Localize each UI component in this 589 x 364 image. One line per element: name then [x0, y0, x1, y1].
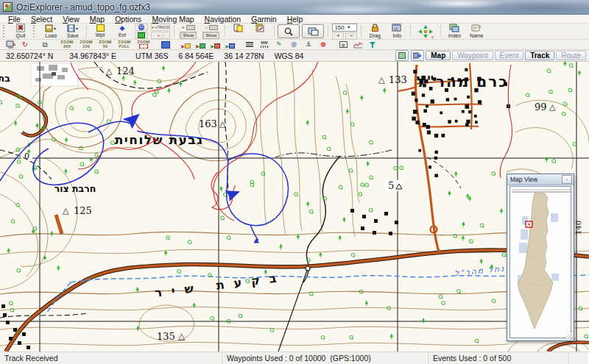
svg-text:125: 125	[74, 205, 92, 216]
mode-waypoint-button[interactable]: Waypoint	[452, 51, 493, 60]
map-grid-toggle-button[interactable]	[395, 50, 409, 61]
altitude-profile-button[interactable]	[350, 39, 365, 50]
grid-lines-icon	[246, 42, 253, 47]
zoom-200-button[interactable]: ZOOM 200	[57, 39, 77, 50]
gps-arrow-icon: ➤	[225, 38, 236, 51]
label-edge-partial: בת	[0, 73, 10, 84]
crosshair-globe-icon: ⊕	[291, 41, 297, 49]
menu-map[interactable]: Map	[85, 15, 110, 24]
name-tag-icon	[471, 24, 482, 32]
mm-grid-button[interactable]: MM	[257, 39, 272, 50]
drag-drop-track-button[interactable]	[228, 24, 250, 39]
svg-text:▾: ▾	[54, 26, 56, 31]
copy-map-button[interactable]: ⧉	[38, 39, 52, 50]
window-titlebar[interactable]: OziExplorer - amud_topo_fg.ozfx3	[0, 0, 589, 15]
grid-easting-label: 140	[574, 221, 582, 235]
map-view-titlebar[interactable]: Map View ▫	[507, 174, 574, 185]
save-position-button[interactable]	[411, 50, 424, 61]
mode-map-button[interactable]: Map	[426, 51, 451, 60]
magnifier-icon	[283, 27, 294, 36]
track-swatch-icon	[209, 25, 218, 30]
mode-track-button[interactable]: Track	[525, 51, 554, 60]
window-title: OziExplorer - amud_topo_fg.ozfx3	[16, 2, 150, 13]
zoom-level-control: 150▼ + −	[331, 24, 359, 39]
menu-help[interactable]: Help	[282, 15, 308, 24]
blank-map-button[interactable]	[158, 39, 173, 50]
gps-download-waypoints-button[interactable]: ➤	[208, 39, 222, 50]
toolbar-grip[interactable]	[33, 25, 38, 38]
menu-garmin[interactable]: Garmin	[246, 15, 281, 24]
map-index-button[interactable]: Index	[443, 24, 465, 39]
screen-print-icon	[6, 38, 15, 51]
map-view-panel[interactable]: Map View ▫	[507, 174, 574, 341]
page-pencil-icon	[255, 24, 266, 32]
israel-overview-map	[510, 187, 571, 338]
svg-text:5: 5	[388, 180, 394, 191]
menu-navigation[interactable]: Navigation	[200, 15, 247, 24]
menu-view[interactable]: View	[57, 15, 85, 24]
zoom-50-button[interactable]: ZOOM 50	[96, 39, 115, 50]
zoom-level-select[interactable]: 150▼	[332, 24, 357, 32]
status-waypoints: Waypoints Used : 0 of 10000 (GPS:1000)	[222, 352, 428, 364]
blurred-label-box	[31, 63, 78, 86]
secondary-toolbar: ↻ ⧉ ZOOM 200 ZOOM 100 ZOOM 50 ZOOM FULL …	[0, 40, 589, 50]
add-track-button[interactable]: ++TRACK	[151, 24, 170, 31]
event-button[interactable]: ◆ Evt	[111, 24, 133, 39]
pages-transfer-icon	[233, 24, 244, 32]
drag-map-button[interactable]: Drag	[364, 24, 386, 39]
track-draw-button[interactable]: ✎	[272, 39, 286, 50]
menu-file[interactable]: File	[3, 15, 26, 24]
rotate-map-button[interactable]: ↻	[18, 39, 32, 50]
latitude-readout: 32.650724° N	[6, 51, 53, 60]
show-track-2-button[interactable]: ○ Show	[200, 24, 222, 39]
gps-upload-tracks-button[interactable]: ➤	[193, 39, 208, 50]
load-button[interactable]: ▾ Load	[40, 24, 62, 39]
zoom-100-button[interactable]: ZOOM 100	[77, 39, 96, 50]
print-screen-button[interactable]	[3, 39, 18, 50]
triangulation-point-icon: △	[378, 75, 385, 85]
filter-track-button[interactable]	[365, 39, 380, 50]
triangulation-point-icon: △	[63, 206, 69, 215]
quit-button[interactable]: ✖ Quit	[10, 24, 32, 39]
map-view-options-button[interactable]: ▫	[562, 175, 572, 184]
waypoint-button[interactable]: Wpt	[89, 24, 111, 39]
ship-wheel-icon: ☸	[320, 41, 327, 49]
show-track-1-button[interactable]: + Show	[177, 24, 200, 39]
position-bar: 32.650724° N 34.967843° E UTM 36S 6 84 5…	[0, 50, 589, 62]
map-view-overview[interactable]	[509, 186, 571, 338]
utm-northing-readout: 36 14 278N	[224, 51, 264, 60]
pan-control[interactable]: x	[413, 24, 438, 39]
anchor-alarm-button[interactable]: ⚓	[301, 39, 316, 50]
mode-event-button[interactable]: Event	[495, 51, 524, 60]
mode-route-button[interactable]: Route	[556, 51, 586, 60]
menu-moving-map[interactable]: Moving Map	[147, 15, 199, 24]
track-point-button[interactable]: + ○	[151, 32, 170, 39]
menu-select[interactable]: Select	[26, 15, 57, 24]
track-color-button[interactable]	[135, 32, 148, 39]
navigation-wheel-button[interactable]: ☸	[316, 39, 331, 50]
track-edit-button[interactable]	[250, 24, 272, 39]
zoom-in-button[interactable]: +	[332, 32, 344, 40]
svg-text:x: x	[431, 35, 434, 39]
map-merge-button[interactable]: ▦	[336, 39, 350, 50]
position-button[interactable]: ⊕	[286, 39, 301, 50]
chevron-down-icon: ▼	[347, 25, 351, 29]
gps-upload-waypoints-button[interactable]: ➤	[178, 39, 193, 50]
map-window-button[interactable]	[302, 24, 324, 38]
magnify-window-button[interactable]	[278, 24, 300, 38]
utm-zone-readout: UTM 36S	[135, 51, 168, 60]
topo-map[interactable]: 0 140	[0, 62, 589, 351]
zoom-full-button[interactable]: ZOOM FULL	[115, 39, 134, 50]
svg-text:99: 99	[535, 101, 547, 113]
map-canvas[interactable]: 0 140	[0, 62, 589, 351]
grid-setup-button[interactable]	[242, 39, 257, 50]
map-info-button[interactable]: Info	[386, 24, 408, 39]
gps-download-tracks-button[interactable]: ➤	[222, 39, 237, 50]
name-search-button[interactable]: Name	[465, 24, 487, 39]
menu-options[interactable]: Options	[110, 15, 147, 24]
track-count-button[interactable]: 12	[135, 24, 148, 31]
zoom-window-button[interactable]: ZOOM	[134, 39, 153, 50]
toolbar-grip[interactable]	[3, 25, 8, 38]
save-button[interactable]: ▾ Save	[62, 24, 84, 39]
svg-text:163: 163	[199, 118, 217, 129]
